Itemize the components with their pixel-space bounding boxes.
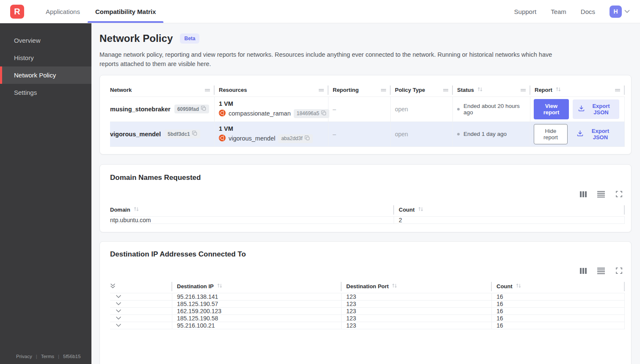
sidebar-item-overview[interactable]: Overview — [0, 32, 91, 49]
download-icon — [577, 130, 583, 138]
app-logo[interactable]: R — [10, 5, 24, 19]
column-header-policy-type[interactable]: Policy Type — [391, 85, 453, 95]
team-link[interactable]: Team — [551, 8, 566, 15]
expand-row-toggle[interactable] — [110, 308, 172, 314]
policy-type-cell: open — [391, 122, 453, 146]
columns-icon[interactable] — [579, 190, 588, 198]
docs-link[interactable]: Docs — [581, 8, 595, 15]
destination-port-cell: 123 — [342, 308, 492, 314]
sort-icon[interactable] — [217, 283, 223, 290]
tab-applications[interactable]: Applications — [38, 0, 88, 23]
table-row[interactable]: 185.125.190.57 123 16 — [110, 300, 625, 307]
sort-icon[interactable] — [555, 87, 561, 93]
nav-right-links: Support Team Docs H — [514, 6, 640, 18]
table-row[interactable]: vigorous_mendel 5bdf3dc1 1 VM vigorous_m… — [110, 121, 625, 147]
column-resize-handle-icon[interactable] — [318, 87, 324, 93]
sidebar-item-network-policy[interactable]: Network Policy — [0, 66, 91, 84]
resource-id-badge[interactable]: aba2dd3f — [278, 134, 312, 143]
network-id-badge[interactable]: 5bdf3dc1 — [165, 130, 200, 138]
table-row[interactable]: ntp.ubuntu.com 2 — [110, 216, 625, 224]
sidebar-item-settings[interactable]: Settings — [0, 84, 91, 101]
destination-ip-cell: 185.125.190.58 — [172, 315, 342, 322]
table-toolbar — [110, 190, 623, 198]
network-id-badge[interactable]: 60959fad — [174, 105, 209, 113]
column-header-network[interactable]: Network — [110, 85, 215, 95]
sort-icon[interactable] — [418, 207, 424, 213]
column-header-domain[interactable]: Domain — [110, 205, 394, 215]
domains-table: Domain Count ntp.ubuntu.com 2 — [110, 204, 625, 224]
tab-compatibility-matrix[interactable]: Compatibility Matrix — [88, 0, 163, 23]
table-row[interactable]: 95.216.100.21 123 16 — [110, 322, 625, 329]
column-resize-handle-icon[interactable] — [381, 87, 386, 93]
resource-name: vigorous_mendel — [229, 135, 275, 142]
column-resize-handle-icon[interactable] — [204, 87, 210, 93]
column-resize-handle-icon[interactable] — [520, 87, 526, 93]
support-link[interactable]: Support — [514, 8, 537, 15]
column-header-count[interactable]: Count — [492, 282, 625, 291]
ubuntu-icon — [219, 110, 226, 118]
count-cell: 2 — [394, 217, 625, 223]
page-title: Network Policy — [99, 33, 173, 44]
expand-row-toggle[interactable] — [110, 315, 172, 322]
page-description: Manage network policy, reporting and vie… — [99, 50, 573, 69]
sort-icon[interactable] — [477, 87, 483, 93]
reporting-cell: – — [328, 97, 391, 121]
main-content: Network Policy Beta Manage network polic… — [91, 23, 640, 364]
domains-card: Domain Names Requested Domain Count — [99, 164, 632, 232]
row-density-icon[interactable] — [596, 267, 606, 275]
status-dot — [457, 108, 460, 110]
export-json-button[interactable]: Export JSON — [571, 124, 619, 144]
report-cell: View report Export JSON — [530, 97, 625, 121]
column-resize-handle-icon[interactable] — [443, 87, 449, 93]
table-row[interactable]: 95.216.138.141 123 16 — [110, 293, 625, 300]
column-header-count[interactable]: Count — [394, 205, 625, 215]
column-header-resources[interactable]: Resources — [215, 85, 328, 95]
double-chevron-down-icon[interactable] — [110, 283, 116, 290]
table-row[interactable]: 162.159.200.123 123 16 — [110, 307, 625, 314]
copy-icon[interactable] — [192, 131, 197, 137]
top-navigation: R Applications Compatibility Matrix Supp… — [0, 0, 640, 23]
resource-name: compassionate_raman — [229, 110, 291, 117]
sidebar-item-history[interactable]: History — [0, 49, 91, 66]
hide-report-button[interactable]: Hide report — [534, 124, 568, 144]
ubuntu-icon — [219, 135, 226, 143]
resource-id-badge[interactable]: 184696a5 — [294, 109, 329, 118]
table-toolbar — [110, 267, 623, 275]
sort-icon[interactable] — [392, 283, 397, 290]
column-header-status[interactable]: Status — [453, 85, 530, 95]
domain-cell: ntp.ubuntu.com — [110, 217, 394, 223]
fullscreen-icon[interactable] — [614, 267, 623, 275]
expand-row-toggle[interactable] — [110, 322, 172, 329]
copy-icon[interactable] — [321, 110, 326, 117]
view-report-button[interactable]: View report — [534, 99, 569, 119]
resources-cell: 1 VM vigorous_mendel aba2dd3f — [215, 122, 328, 146]
user-menu[interactable]: H — [610, 6, 630, 18]
row-density-icon[interactable] — [596, 190, 606, 198]
count-cell: 16 — [492, 308, 625, 314]
status-cell: Ended about 20 hours ago — [453, 97, 530, 121]
table-row[interactable]: 185.125.190.58 123 16 — [110, 314, 625, 322]
copy-icon[interactable] — [201, 106, 206, 112]
sort-icon[interactable] — [133, 207, 139, 213]
expand-row-toggle[interactable] — [110, 293, 172, 300]
column-header-report[interactable]: Report — [530, 85, 625, 95]
count-cell: 16 — [492, 315, 625, 322]
export-json-button[interactable]: Export JSON — [573, 99, 619, 119]
sidebar: Overview History Network Policy Settings… — [0, 23, 91, 364]
columns-icon[interactable] — [579, 267, 588, 275]
sort-icon[interactable] — [516, 283, 521, 290]
terms-link[interactable]: Terms — [41, 354, 54, 359]
column-header-reporting[interactable]: Reporting — [328, 85, 391, 95]
report-cell: Hide report Export JSON — [530, 122, 625, 146]
destination-port-cell: 123 — [342, 301, 492, 307]
destination-ip-cell: 95.216.138.141 — [172, 293, 342, 300]
column-header-destination-ip[interactable]: Destination IP — [172, 282, 342, 291]
column-resize-handle-icon[interactable] — [615, 87, 621, 93]
column-header-destination-port[interactable]: Destination Port — [342, 282, 492, 291]
expand-row-toggle[interactable] — [110, 301, 172, 307]
expand-all-header[interactable] — [110, 282, 172, 291]
table-row[interactable]: musing_stonebraker 60959fad 1 VM compass… — [110, 97, 625, 121]
fullscreen-icon[interactable] — [614, 190, 623, 198]
copy-icon[interactable] — [305, 135, 310, 142]
privacy-link[interactable]: Privacy — [16, 354, 32, 359]
